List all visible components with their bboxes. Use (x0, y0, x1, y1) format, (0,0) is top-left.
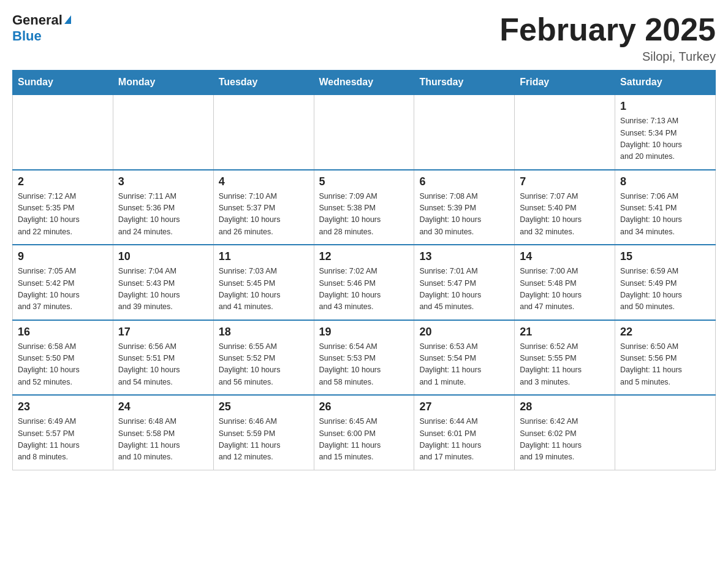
calendar-cell: 25Sunrise: 6:46 AMSunset: 5:59 PMDayligh… (213, 395, 314, 470)
day-info: Sunrise: 7:00 AMSunset: 5:48 PMDaylight:… (520, 266, 610, 313)
day-info: Sunrise: 7:08 AMSunset: 5:39 PMDaylight:… (419, 191, 509, 239)
day-info: Sunrise: 7:05 AMSunset: 5:42 PMDaylight:… (18, 266, 108, 313)
header-wednesday: Wednesday (314, 71, 414, 95)
day-info: Sunrise: 7:03 AMSunset: 5:45 PMDaylight:… (219, 266, 309, 313)
day-info: Sunrise: 6:58 AMSunset: 5:50 PMDaylight:… (18, 341, 108, 389)
day-info: Sunrise: 6:50 AMSunset: 5:56 PMDaylight:… (620, 341, 710, 389)
calendar-cell: 4Sunrise: 7:10 AMSunset: 5:37 PMDaylight… (213, 170, 314, 245)
logo-blue-text: Blue (12, 28, 42, 44)
calendar-cell: 17Sunrise: 6:56 AMSunset: 5:51 PMDayligh… (113, 320, 213, 396)
calendar-cell: 13Sunrise: 7:01 AMSunset: 5:47 PMDayligh… (414, 245, 515, 320)
calendar-cell: 18Sunrise: 6:55 AMSunset: 5:52 PMDayligh… (213, 320, 314, 396)
location: Silopi, Turkey (499, 50, 716, 64)
day-info: Sunrise: 6:54 AMSunset: 5:53 PMDaylight:… (319, 341, 409, 389)
calendar-week-3: 9Sunrise: 7:05 AMSunset: 5:42 PMDaylight… (13, 245, 716, 320)
day-number: 13 (419, 250, 509, 263)
day-info: Sunrise: 6:59 AMSunset: 5:49 PMDaylight:… (620, 266, 710, 313)
day-info: Sunrise: 6:56 AMSunset: 5:51 PMDaylight:… (118, 341, 208, 389)
day-number: 16 (18, 326, 108, 339)
calendar-cell (314, 94, 414, 170)
day-number: 15 (620, 250, 710, 263)
calendar-table: Sunday Monday Tuesday Wednesday Thursday… (12, 70, 716, 470)
calendar-week-5: 23Sunrise: 6:49 AMSunset: 5:57 PMDayligh… (13, 395, 716, 470)
day-number: 7 (520, 175, 610, 188)
calendar-cell: 15Sunrise: 6:59 AMSunset: 5:49 PMDayligh… (615, 245, 716, 320)
header-monday: Monday (113, 71, 213, 95)
day-info: Sunrise: 6:44 AMSunset: 6:01 PMDaylight:… (419, 416, 509, 464)
day-number: 14 (520, 250, 610, 263)
calendar-cell (615, 395, 716, 470)
day-number: 2 (18, 175, 108, 188)
day-number: 25 (219, 400, 309, 413)
day-number: 24 (118, 400, 208, 413)
day-number: 26 (319, 400, 409, 413)
day-number: 4 (219, 175, 309, 188)
day-number: 20 (419, 326, 509, 339)
day-info: Sunrise: 6:53 AMSunset: 5:54 PMDaylight:… (419, 341, 509, 389)
day-number: 23 (18, 400, 108, 413)
calendar-cell: 28Sunrise: 6:42 AMSunset: 6:02 PMDayligh… (515, 395, 615, 470)
day-info: Sunrise: 6:42 AMSunset: 6:02 PMDaylight:… (520, 416, 610, 464)
day-number: 21 (520, 326, 610, 339)
logo-triangle-icon (64, 15, 71, 24)
page-header: General Blue February 2025 Silopi, Turke… (12, 12, 716, 64)
calendar-cell: 22Sunrise: 6:50 AMSunset: 5:56 PMDayligh… (615, 320, 716, 396)
day-info: Sunrise: 6:46 AMSunset: 5:59 PMDaylight:… (219, 416, 309, 464)
day-info: Sunrise: 7:13 AMSunset: 5:34 PMDaylight:… (620, 115, 710, 163)
calendar-cell: 5Sunrise: 7:09 AMSunset: 5:38 PMDaylight… (314, 170, 414, 245)
day-info: Sunrise: 6:49 AMSunset: 5:57 PMDaylight:… (18, 416, 108, 464)
day-number: 22 (620, 326, 710, 339)
day-info: Sunrise: 7:06 AMSunset: 5:41 PMDaylight:… (620, 191, 710, 239)
weekday-header-row: Sunday Monday Tuesday Wednesday Thursday… (13, 71, 716, 95)
title-block: February 2025 Silopi, Turkey (499, 12, 716, 64)
header-tuesday: Tuesday (213, 71, 314, 95)
calendar-cell: 23Sunrise: 6:49 AMSunset: 5:57 PMDayligh… (13, 395, 113, 470)
day-number: 12 (319, 250, 409, 263)
calendar-cell (414, 94, 515, 170)
day-number: 1 (620, 100, 710, 113)
calendar-cell: 27Sunrise: 6:44 AMSunset: 6:01 PMDayligh… (414, 395, 515, 470)
calendar-cell: 7Sunrise: 7:07 AMSunset: 5:40 PMDaylight… (515, 170, 615, 245)
calendar-cell: 1Sunrise: 7:13 AMSunset: 5:34 PMDaylight… (615, 94, 716, 170)
day-info: Sunrise: 6:55 AMSunset: 5:52 PMDaylight:… (219, 341, 309, 389)
day-number: 8 (620, 175, 710, 188)
day-info: Sunrise: 7:01 AMSunset: 5:47 PMDaylight:… (419, 266, 509, 313)
day-number: 6 (419, 175, 509, 188)
calendar-cell: 20Sunrise: 6:53 AMSunset: 5:54 PMDayligh… (414, 320, 515, 396)
day-number: 28 (520, 400, 610, 413)
calendar-cell: 19Sunrise: 6:54 AMSunset: 5:53 PMDayligh… (314, 320, 414, 396)
day-info: Sunrise: 7:02 AMSunset: 5:46 PMDaylight:… (319, 266, 409, 313)
calendar-cell: 9Sunrise: 7:05 AMSunset: 5:42 PMDaylight… (13, 245, 113, 320)
day-info: Sunrise: 6:48 AMSunset: 5:58 PMDaylight:… (118, 416, 208, 464)
day-number: 5 (319, 175, 409, 188)
calendar-cell: 12Sunrise: 7:02 AMSunset: 5:46 PMDayligh… (314, 245, 414, 320)
calendar-cell: 8Sunrise: 7:06 AMSunset: 5:41 PMDaylight… (615, 170, 716, 245)
calendar-cell: 6Sunrise: 7:08 AMSunset: 5:39 PMDaylight… (414, 170, 515, 245)
day-info: Sunrise: 7:11 AMSunset: 5:36 PMDaylight:… (118, 191, 208, 239)
day-number: 27 (419, 400, 509, 413)
day-number: 17 (118, 326, 208, 339)
header-saturday: Saturday (615, 71, 716, 95)
day-info: Sunrise: 7:12 AMSunset: 5:35 PMDaylight:… (18, 191, 108, 239)
calendar-week-1: 1Sunrise: 7:13 AMSunset: 5:34 PMDaylight… (13, 94, 716, 170)
day-info: Sunrise: 7:10 AMSunset: 5:37 PMDaylight:… (219, 191, 309, 239)
header-thursday: Thursday (414, 71, 515, 95)
day-number: 18 (219, 326, 309, 339)
calendar-cell: 10Sunrise: 7:04 AMSunset: 5:43 PMDayligh… (113, 245, 213, 320)
header-sunday: Sunday (13, 71, 113, 95)
calendar-cell (113, 94, 213, 170)
day-number: 3 (118, 175, 208, 188)
day-number: 9 (18, 250, 108, 263)
calendar-cell: 3Sunrise: 7:11 AMSunset: 5:36 PMDaylight… (113, 170, 213, 245)
calendar-cell: 16Sunrise: 6:58 AMSunset: 5:50 PMDayligh… (13, 320, 113, 396)
calendar-cell: 21Sunrise: 6:52 AMSunset: 5:55 PMDayligh… (515, 320, 615, 396)
day-number: 11 (219, 250, 309, 263)
logo: General Blue (12, 12, 71, 44)
calendar-week-4: 16Sunrise: 6:58 AMSunset: 5:50 PMDayligh… (13, 320, 716, 396)
header-friday: Friday (515, 71, 615, 95)
calendar-week-2: 2Sunrise: 7:12 AMSunset: 5:35 PMDaylight… (13, 170, 716, 245)
calendar-cell: 26Sunrise: 6:45 AMSunset: 6:00 PMDayligh… (314, 395, 414, 470)
day-info: Sunrise: 6:45 AMSunset: 6:00 PMDaylight:… (319, 416, 409, 464)
calendar-cell: 2Sunrise: 7:12 AMSunset: 5:35 PMDaylight… (13, 170, 113, 245)
day-info: Sunrise: 7:07 AMSunset: 5:40 PMDaylight:… (520, 191, 610, 239)
